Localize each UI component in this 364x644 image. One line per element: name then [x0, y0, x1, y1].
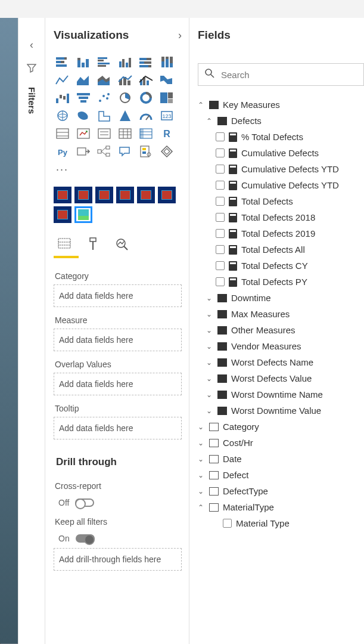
area-chart-icon[interactable]: [74, 73, 92, 87]
kpi-icon[interactable]: [74, 126, 92, 141]
field-checkbox[interactable]: [216, 261, 225, 270]
clustered-bar-chart-icon[interactable]: [95, 55, 113, 69]
map-icon[interactable]: [54, 109, 71, 123]
visualizations-collapse-chevron[interactable]: ›: [178, 29, 182, 42]
field-measure[interactable]: % Total Defects: [198, 129, 364, 145]
line-chart-icon[interactable]: [54, 73, 71, 87]
filled-map-icon[interactable]: [74, 109, 92, 123]
folder-collapsed[interactable]: ⌄Downtime: [198, 290, 364, 306]
more-visuals-button[interactable]: ···: [54, 163, 182, 176]
field-measure[interactable]: Cumulative Defects YTD: [198, 177, 364, 193]
stacked-area-chart-icon[interactable]: [95, 73, 113, 87]
clustered-column-chart-icon[interactable]: [116, 55, 134, 69]
field-checkbox[interactable]: [216, 229, 225, 238]
table-icon[interactable]: [116, 126, 134, 141]
custom-visual-selected[interactable]: [74, 206, 92, 223]
fields-tab-icon[interactable]: [57, 237, 71, 253]
treemap-chart-icon[interactable]: [158, 91, 176, 105]
folder-collapsed[interactable]: ⌄Vendor Measures: [198, 338, 364, 354]
field-checkbox[interactable]: [216, 165, 225, 174]
keep-all-filters-toggle[interactable]: [76, 534, 95, 543]
measure-well[interactable]: Add data fields here: [54, 329, 182, 351]
shape-map-icon[interactable]: [95, 109, 113, 123]
custom-visual-3[interactable]: [95, 187, 113, 203]
100-stacked-bar-chart-icon[interactable]: [137, 55, 155, 69]
field-material-type[interactable]: Material Type: [198, 515, 364, 531]
field-measure[interactable]: Total Defects 2018: [198, 209, 364, 225]
python-visual-icon[interactable]: Py: [54, 144, 71, 159]
card-icon[interactable]: 123: [158, 109, 176, 123]
folder-collapsed[interactable]: ⌄Other Measures: [198, 322, 364, 338]
field-checkbox[interactable]: [216, 213, 225, 222]
custom-visual-5[interactable]: [137, 187, 155, 203]
slicer-icon[interactable]: [95, 126, 113, 141]
decomposition-tree-icon[interactable]: [95, 144, 113, 159]
folder-collapsed[interactable]: ⌄Worst Downtime Name: [198, 386, 364, 402]
scatter-chart-icon[interactable]: [95, 91, 113, 105]
pie-chart-icon[interactable]: [116, 91, 134, 105]
key-influencers-icon[interactable]: [74, 144, 92, 159]
category-well[interactable]: Add data fields here: [54, 284, 182, 307]
line-stacked-column-chart-icon[interactable]: [116, 73, 134, 87]
custom-visual-4[interactable]: [116, 187, 134, 203]
field-measure[interactable]: Total Defects PY: [198, 274, 364, 290]
paginated-report-icon[interactable]: [137, 144, 155, 159]
field-measure[interactable]: Total Defects 2019: [198, 225, 364, 242]
stacked-column-chart-icon[interactable]: [74, 55, 92, 69]
folder-collapsed[interactable]: ⌄Worst Downtime Value: [198, 402, 364, 419]
field-measure[interactable]: Total Defects All: [198, 242, 364, 258]
table-key-measures[interactable]: ⌃ Key Measures: [198, 97, 364, 113]
fields-search-input[interactable]: [221, 70, 357, 80]
field-measure[interactable]: Cumulative Defects: [198, 145, 364, 161]
ribbon-chart-icon[interactable]: [158, 73, 176, 87]
field-checkbox[interactable]: [216, 245, 225, 254]
arcgis-map-icon[interactable]: [158, 144, 176, 159]
folder-collapsed[interactable]: ⌄Worst Defects Name: [198, 354, 364, 370]
multi-row-card-icon[interactable]: [54, 126, 71, 141]
qa-visual-icon[interactable]: [116, 144, 134, 159]
folder-collapsed[interactable]: ⌄Max Measures: [198, 306, 364, 322]
100-stacked-column-chart-icon[interactable]: [158, 55, 176, 69]
donut-chart-icon[interactable]: [137, 91, 155, 105]
table-collapsed[interactable]: ⌄Category: [198, 419, 364, 435]
field-measure[interactable]: Total Defects: [198, 193, 364, 209]
table-collapsed[interactable]: ⌃MaterialType: [198, 499, 364, 515]
field-checkbox[interactable]: [216, 197, 225, 206]
fields-search-box[interactable]: [198, 63, 364, 86]
line-clustered-column-chart-icon[interactable]: [137, 73, 155, 87]
matrix-icon[interactable]: [137, 126, 155, 141]
table-collapsed[interactable]: ⌄Cost/Hr: [198, 435, 364, 451]
field-checkbox[interactable]: [216, 181, 225, 190]
folder-collapsed[interactable]: ⌄Worst Defects Value: [198, 370, 364, 386]
custom-visual-1[interactable]: [54, 187, 71, 203]
funnel-chart-icon[interactable]: [74, 91, 92, 105]
custom-visual-6[interactable]: [158, 187, 176, 203]
folder-defects[interactable]: ⌃ Defects: [198, 113, 364, 129]
svg-text:123: 123: [162, 113, 171, 119]
azure-map-icon[interactable]: [116, 109, 134, 123]
table-icon: [209, 455, 219, 463]
drill-through-well[interactable]: Add drill-through fields here: [54, 548, 182, 571]
field-measure[interactable]: Total Defects CY: [198, 258, 364, 274]
field-checkbox[interactable]: [216, 148, 225, 157]
filters-collapse-chevron[interactable]: ‹: [30, 39, 33, 51]
tooltip-well[interactable]: Add data fields here: [54, 417, 182, 439]
cross-report-toggle[interactable]: [75, 499, 94, 507]
table-collapsed[interactable]: ⌄DefectType: [198, 483, 364, 499]
field-checkbox[interactable]: [223, 519, 232, 528]
table-collapsed[interactable]: ⌄Defect: [198, 467, 364, 483]
custom-visual-2[interactable]: [74, 187, 92, 203]
analytics-tab-icon[interactable]: [114, 237, 130, 253]
r-visual-icon[interactable]: R: [158, 126, 176, 141]
custom-visual-7[interactable]: [54, 206, 71, 223]
stacked-bar-chart-icon[interactable]: [54, 55, 71, 69]
overlap-well[interactable]: Add data fields here: [54, 373, 182, 395]
field-measure[interactable]: Cumulative Defects YTD: [198, 161, 364, 177]
svg-rect-11: [98, 63, 110, 64]
table-collapsed[interactable]: ⌄Date: [198, 451, 364, 467]
gauge-chart-icon[interactable]: [137, 109, 155, 123]
field-checkbox[interactable]: [216, 277, 225, 286]
format-tab-icon[interactable]: [86, 237, 99, 253]
field-checkbox[interactable]: [216, 132, 225, 141]
waterfall-chart-icon[interactable]: [54, 91, 71, 105]
